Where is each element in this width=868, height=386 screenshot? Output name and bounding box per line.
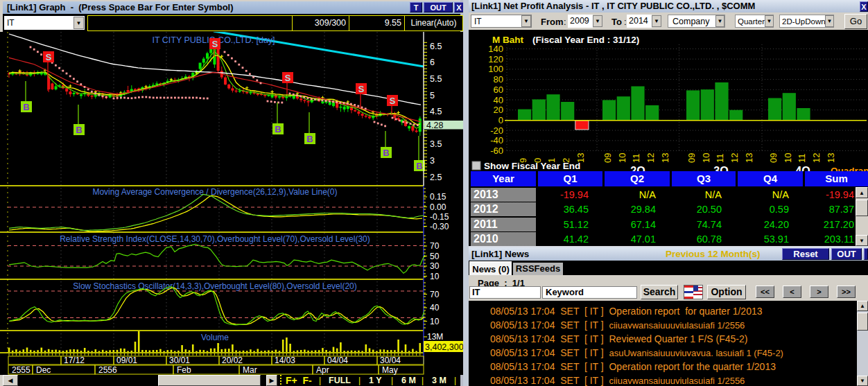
svg-text:-0.30: -0.30 <box>430 222 449 231</box>
svg-text:6: 6 <box>430 58 435 67</box>
svg-text:Mar: Mar <box>243 365 257 375</box>
svg-text:-20: -20 <box>490 125 503 136</box>
svg-text:4.28: 4.28 <box>426 121 443 130</box>
svg-text:4.5: 4.5 <box>430 107 442 116</box>
svg-text:Quadrant: Quadrant <box>831 166 868 171</box>
svg-text:May: May <box>382 365 398 375</box>
svg-text:09: 09 <box>602 153 613 163</box>
svg-text:B: B <box>416 161 422 171</box>
svg-text:3.5: 3.5 <box>430 139 442 149</box>
svg-text:09/01: 09/01 <box>116 356 137 365</box>
svg-text:B: B <box>383 148 389 158</box>
svg-text:04/04: 04/04 <box>327 356 348 365</box>
svg-text:40: 40 <box>494 95 503 105</box>
svg-text:4Q: 4Q <box>795 165 810 171</box>
svg-text:70: 70 <box>430 241 440 251</box>
svg-text:12: 12 <box>645 153 656 163</box>
svg-text:30: 30 <box>430 261 440 271</box>
svg-text:5.5: 5.5 <box>430 74 442 84</box>
svg-text:Moving Average Convergence / D: Moving Average Convergence / Divergence(… <box>92 187 337 197</box>
svg-text:10: 10 <box>617 153 627 163</box>
svg-text:11: 11 <box>631 154 641 164</box>
svg-text:20/02: 20/02 <box>222 356 243 365</box>
svg-text:0.15: 0.15 <box>430 192 446 202</box>
svg-text:0.00: 0.00 <box>430 202 446 212</box>
svg-text:B: B <box>306 134 313 144</box>
svg-text:120: 120 <box>488 54 503 64</box>
svg-text:Apr: Apr <box>316 365 329 375</box>
svg-text:40: 40 <box>430 303 440 313</box>
svg-text:-40: -40 <box>490 135 503 146</box>
svg-text:12: 12 <box>729 153 740 163</box>
svg-text:20: 20 <box>494 105 503 115</box>
svg-text:-0.15: -0.15 <box>430 212 449 222</box>
svg-text:Volume: Volume <box>201 333 229 342</box>
svg-text:0: 0 <box>498 115 503 125</box>
svg-text:Dec: Dec <box>36 365 51 375</box>
svg-text:10: 10 <box>783 153 793 163</box>
svg-text:3: 3 <box>430 156 435 166</box>
svg-text:30/01: 30/01 <box>169 356 190 365</box>
svg-text:Show Fiscal Year End: Show Fiscal Year End <box>484 161 580 171</box>
svg-text:2Q: 2Q <box>630 165 645 171</box>
svg-text:13: 13 <box>826 153 836 163</box>
svg-text:3Q: 3Q <box>713 165 728 171</box>
svg-text:10: 10 <box>701 153 711 163</box>
svg-text:B: B <box>76 125 82 135</box>
svg-text:10: 10 <box>430 317 440 326</box>
svg-text:30/04: 30/04 <box>380 356 401 365</box>
svg-text:S: S <box>358 84 365 94</box>
svg-text:2.5: 2.5 <box>430 173 442 182</box>
svg-text:13: 13 <box>660 153 670 163</box>
svg-text:11: 11 <box>797 154 807 164</box>
svg-text:(Fiscal Year End : 31/12): (Fiscal Year End : 31/12) <box>532 35 639 45</box>
svg-text:S: S <box>390 96 396 106</box>
svg-text:60: 60 <box>494 85 503 95</box>
svg-text:Relative Strength Index(CLOSE,: Relative Strength Index(CLOSE,14,30,70),… <box>60 234 370 244</box>
svg-text:2556: 2556 <box>98 365 117 375</box>
svg-text:3,402,300: 3,402,300 <box>425 342 463 352</box>
svg-text:80: 80 <box>494 74 503 85</box>
svg-text:70: 70 <box>430 290 440 299</box>
svg-text:6.5: 6.5 <box>430 42 442 51</box>
svg-text:-60: -60 <box>490 146 503 156</box>
svg-text:09: 09 <box>686 153 697 163</box>
svg-text:10: 10 <box>430 272 440 281</box>
svg-text:5: 5 <box>430 91 435 100</box>
svg-text:12: 12 <box>811 153 822 163</box>
svg-text:13M: 13M <box>427 332 443 342</box>
svg-text:B: B <box>23 102 29 112</box>
svg-text:13: 13 <box>744 153 754 163</box>
svg-text:14/03: 14/03 <box>275 356 295 365</box>
svg-text:Feb: Feb <box>177 365 191 375</box>
svg-text:S: S <box>46 52 52 62</box>
svg-text:2555: 2555 <box>12 365 31 375</box>
svg-text:17/12: 17/12 <box>64 356 85 365</box>
svg-text:50: 50 <box>430 252 440 261</box>
svg-text:11: 11 <box>715 154 725 164</box>
svg-text:140: 140 <box>488 44 503 54</box>
svg-text:S: S <box>212 39 218 49</box>
svg-text:B: B <box>275 124 281 134</box>
svg-text:09: 09 <box>768 153 779 163</box>
svg-text:100: 100 <box>488 64 503 74</box>
svg-text:S: S <box>285 73 291 83</box>
svg-text:Slow Stochastics Oscillator(14: Slow Stochastics Oscillator(14,3,3),Over… <box>73 281 357 291</box>
